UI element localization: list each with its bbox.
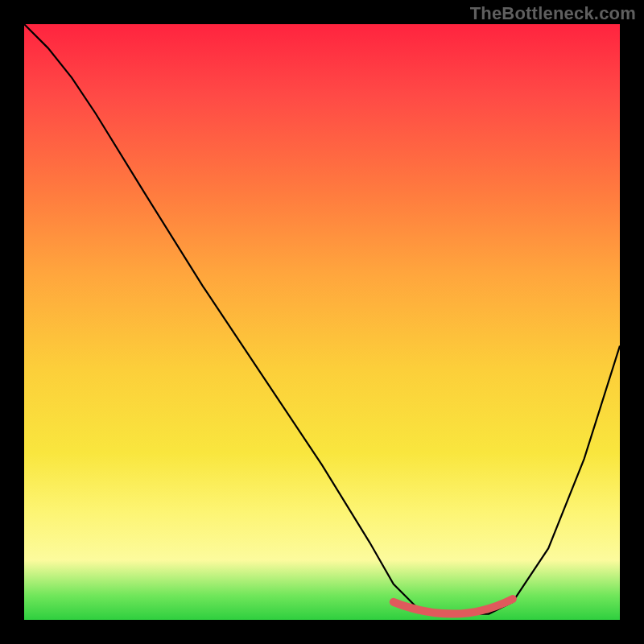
watermark-text: TheBottleneck.com xyxy=(470,3,636,24)
plot-area xyxy=(24,24,620,620)
chart-stage: TheBottleneck.com xyxy=(0,0,644,644)
curve-svg xyxy=(24,24,620,620)
bottleneck-curve-line xyxy=(24,24,620,614)
